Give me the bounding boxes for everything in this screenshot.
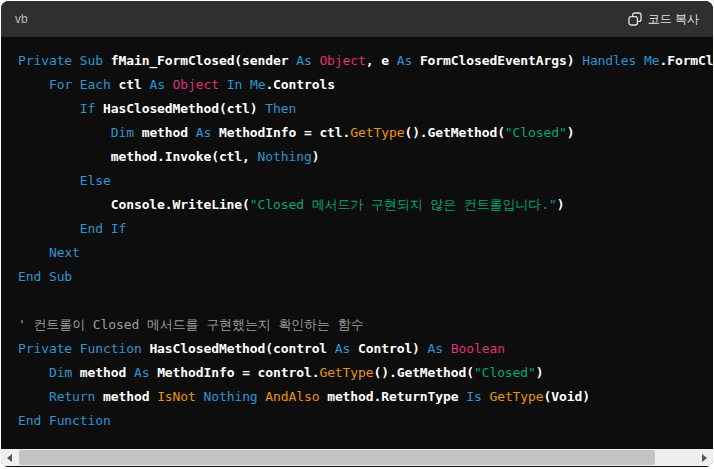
code-line: Dim method As MethodInfo = ctl.GetType()…	[18, 121, 713, 145]
code-line: For Each ctl As Object In Me.Controls	[18, 73, 713, 97]
copy-code-button[interactable]: 코드 복사	[628, 11, 699, 28]
block-bottom-edge	[1, 466, 713, 467]
triangle-left-icon	[7, 454, 12, 462]
code-line: End If	[18, 217, 713, 241]
code-block: vb 코드 복사 Private Sub fMain_FormClosed(se…	[1, 1, 713, 467]
code-line: Next	[18, 241, 713, 265]
code-line: End Function	[18, 409, 713, 433]
scroll-right-button[interactable]	[696, 449, 713, 466]
scrollbar-thumb[interactable]	[19, 450, 655, 465]
copy-icon	[628, 12, 642, 26]
scroll-left-button[interactable]	[1, 449, 18, 466]
code-line: If HasClosedMethod(ctl) Then	[18, 97, 713, 121]
code-line: Dim method As MethodInfo = control.GetTy…	[18, 361, 713, 385]
code-line: Private Function HasClosedMethod(control…	[18, 337, 713, 361]
language-label: vb	[15, 12, 28, 26]
copy-button-label: 코드 복사	[648, 11, 699, 28]
code-header: vb 코드 복사	[1, 1, 713, 37]
scrollbar-track[interactable]	[18, 449, 696, 466]
code-line: Return method IsNot Nothing AndAlso meth…	[18, 385, 713, 409]
code-line: ' 컨트롤이 Closed 메서드를 구현했는지 확인하는 함수	[18, 313, 713, 337]
code-line: Private Sub fMain_FormClosed(sender As O…	[18, 49, 713, 73]
horizontal-scrollbar[interactable]	[1, 449, 713, 466]
code-line: End Sub	[18, 265, 713, 289]
code-line: Else	[18, 169, 713, 193]
code-line	[18, 289, 713, 313]
code-line: Console.WriteLine("Closed 메서드가 구현되지 않은 컨…	[18, 193, 713, 217]
code-line: method.Invoke(ctl, Nothing)	[18, 145, 713, 169]
triangle-right-icon	[702, 454, 707, 462]
code-area: Private Sub fMain_FormClosed(sender As O…	[1, 37, 713, 449]
